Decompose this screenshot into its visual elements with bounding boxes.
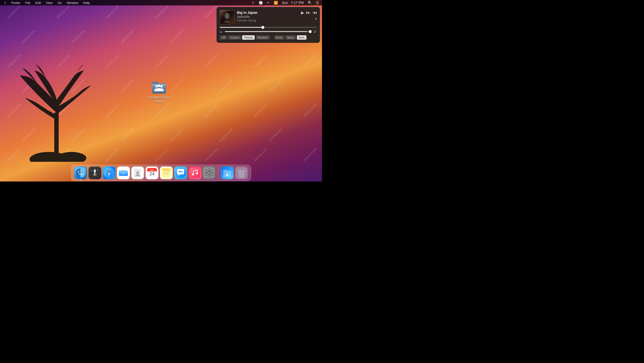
day-display: Sun [282,1,288,5]
mode-separator [272,36,272,40]
menubar-file[interactable]: File [23,0,32,5]
mode-random-button[interactable]: Random [256,35,270,40]
progress-bar-container[interactable] [220,27,317,28]
prev-track-button[interactable]: ⏭ [312,10,317,15]
svg-point-5 [224,13,230,19]
parallels-icon-label: Parallels Shared Folders [148,96,170,103]
svg-line-76 [242,172,243,177]
menubar-finder[interactable]: Finder [9,0,22,5]
wifi-icon[interactable]: 📶 [273,1,279,5]
svg-rect-31 [120,171,128,175]
track-info: Big in Japan Alphaville Forever Young [237,10,298,22]
dock-separator [218,168,218,178]
downloads-icon-svg [222,168,233,178]
mail-icon-svg [118,168,129,178]
airplay-icon[interactable]: ⇧ [251,1,256,5]
svg-point-11 [160,85,163,88]
svg-point-53 [182,171,183,172]
calendar-icon-svg: SEP 24 [147,168,158,178]
menubar-edit[interactable]: Edit [33,0,43,5]
progress-bar-fill [220,27,263,28]
volume-thumb[interactable] [309,30,312,33]
mode-menu-button[interactable]: Menu [285,35,296,40]
dock-item-system-preferences[interactable] [203,166,216,179]
dock-item-downloads[interactable] [221,166,234,179]
dock-item-messages[interactable] [174,166,187,179]
player-dropdown-arrow[interactable]: ▾ [315,17,317,21]
menubar-right: ⇧ 🕐 ✂ 📶 Sun 7:17 PM 🔍 ☰ [251,1,320,5]
launchpad-icon-svg [90,168,100,178]
finder-dot [80,180,81,180]
system-preferences-icon-svg [204,168,215,178]
parallels-icon-image [151,79,167,95]
dock-item-notes[interactable] [160,166,173,179]
player-controls-right: ▶ ⏭ ⏭ ▾ [301,10,317,21]
track-title: Big in Japan [237,10,298,14]
dock-item-calendar[interactable]: SEP 24 [146,166,158,179]
volume-bar-fill [225,31,307,32]
mode-both-button[interactable]: Both [297,35,306,40]
menubar-go[interactable]: Go [56,0,64,5]
progress-bar-background [220,27,317,28]
svg-point-55 [192,173,194,175]
time-display: 7:17 PM [291,1,304,5]
dock: SEP 24 [71,165,251,181]
mode-playlist-button[interactable]: Playlist [242,35,255,40]
messages-icon-svg [175,168,186,178]
next-track-button[interactable]: ⏭ [306,10,310,15]
dock-item-trash[interactable] [235,166,248,179]
mode-off-button[interactable]: Off [220,35,227,40]
menubar:  Finder File Edit View Go Window Help ⇧… [0,0,322,6]
music-player: Big in Japan Alphaville Forever Young ▶ … [216,7,320,43]
dock-item-music[interactable] [188,166,202,179]
volume-bar-background[interactable] [225,31,312,32]
playback-mode-buttons: Off Current Playlist Random Dock Menu Bo… [220,35,317,40]
svg-point-37 [136,172,139,174]
apple-menu[interactable]:  [2,0,8,6]
svg-rect-61 [209,175,210,177]
dock-item-launchpad[interactable] [88,166,101,179]
track-album: Forever Young [237,19,298,22]
menubar-left:  Finder File Edit View Go Window Help [2,0,92,6]
trash-icon-svg [236,168,247,178]
mode-dock-button[interactable]: Dock [274,35,284,40]
svg-point-9 [155,85,158,88]
player-top: Big in Japan Alphaville Forever Young ▶ … [220,10,317,25]
scissors-icon[interactable]: ✂ [266,1,271,5]
svg-text:SEP: SEP [150,169,153,171]
parallels-shared-folders-icon[interactable]: Parallels Shared Folders [148,79,170,103]
svg-point-2 [57,152,86,162]
mode-current-button[interactable]: Current [228,35,241,40]
play-pause-button[interactable]: ▶ [301,10,304,15]
svg-point-17 [82,172,83,172]
svg-point-21 [94,170,96,171]
dock-item-finder[interactable] [74,166,87,179]
menubar-help[interactable]: Help [81,0,92,5]
time-machine-icon[interactable]: 🕐 [258,1,264,5]
notification-icon[interactable]: ☰ [315,1,320,5]
finder-icon-svg [75,168,86,178]
contacts-icon-svg [132,168,143,178]
notes-icon-svg [161,168,172,178]
progress-thumb[interactable] [261,26,264,29]
svg-point-52 [180,171,181,172]
dock-item-safari[interactable] [103,166,116,179]
svg-point-1 [30,152,69,162]
svg-point-16 [79,172,80,172]
svg-rect-19 [94,173,96,175]
search-icon[interactable]: 🔍 [307,1,313,5]
svg-point-68 [208,172,210,174]
volume-low-icon: 🔈 [220,30,224,33]
parallels-folder-svg [151,79,167,95]
menubar-view[interactable]: View [44,0,55,5]
menubar-window[interactable]: Window [65,0,80,5]
svg-rect-45 [164,171,170,172]
svg-line-74 [240,172,241,177]
volume-container: 🔈 🔊 [220,30,317,33]
dock-item-contacts[interactable] [132,166,144,179]
svg-rect-34 [134,168,135,177]
svg-point-20 [92,170,92,171]
music-icon-svg [190,168,200,178]
dock-item-mail[interactable] [117,166,130,179]
safari-icon-svg [104,168,115,178]
